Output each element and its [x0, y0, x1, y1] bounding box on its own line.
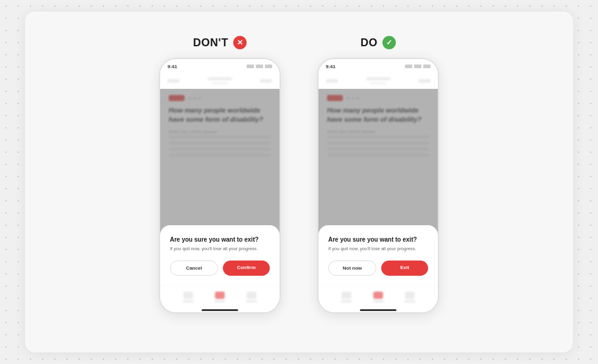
do-dialog: Are you sure you want to exit? If you qu…	[318, 225, 438, 286]
dont-status-icons	[247, 65, 272, 68]
nav-center	[208, 77, 232, 85]
do-status-bar: 9:41	[318, 59, 438, 74]
bottom-icon-3	[246, 292, 257, 303]
do-status-icons	[405, 65, 431, 68]
dont-title: DON'T	[193, 37, 228, 49]
dont-status-bar: 9:41	[160, 59, 280, 74]
profile-label	[246, 300, 257, 303]
profile-icon	[247, 292, 256, 299]
active-icon	[215, 292, 225, 299]
do-nav-back	[326, 79, 338, 83]
do-wifi-icon	[414, 65, 421, 68]
do-home-indicator	[318, 307, 438, 312]
nav-back	[167, 79, 180, 83]
dont-panel: DON'T ✕ 9:41	[159, 36, 281, 313]
do-header: DO ✓	[361, 36, 396, 49]
active-label	[214, 300, 225, 303]
do-phone: 9:41	[317, 58, 439, 313]
do-active-icon	[373, 292, 383, 299]
dont-header: DON'T ✕	[193, 36, 247, 49]
do-nav-subtitle-line	[370, 82, 387, 85]
dont-confirm-button[interactable]: Confirm	[223, 261, 270, 276]
do-panel: DO ✓ 9:41	[317, 36, 439, 313]
dont-nav	[160, 74, 280, 89]
do-active-label	[373, 300, 384, 303]
home-icon	[183, 292, 193, 299]
do-dialog-overlay: Are you sure you want to exit? If you qu…	[318, 89, 438, 285]
do-nav-center	[366, 77, 390, 85]
nav-subtitle-line	[211, 82, 228, 85]
do-confirm-button[interactable]: Exit	[381, 261, 428, 276]
dont-dialog-buttons: Cancel Confirm	[170, 261, 270, 276]
dont-bottom-bar	[160, 285, 280, 307]
dont-dialog: Are you sure you want to exit? If you qu…	[160, 225, 280, 286]
do-bottom-icon-3	[404, 292, 415, 303]
battery-icon	[265, 65, 272, 68]
signal-icon	[247, 65, 254, 68]
do-dialog-buttons: Not now Exit	[328, 261, 428, 276]
dont-dialog-title: Are you sure you want to exit?	[170, 236, 270, 243]
home-label	[183, 300, 194, 303]
do-badge: ✓	[382, 36, 396, 49]
main-container: DON'T ✕ 9:41	[25, 12, 573, 352]
do-profile-icon	[405, 292, 415, 299]
do-home-label	[341, 300, 352, 303]
do-nav-title-line	[366, 77, 390, 80]
do-nav	[318, 74, 438, 89]
do-content: How many people worldwide have some form…	[318, 89, 438, 285]
do-signal-icon	[405, 65, 412, 68]
dont-cancel-button[interactable]: Cancel	[170, 261, 218, 276]
do-bottom-icon-2	[373, 292, 384, 303]
bottom-icon-2	[214, 292, 225, 303]
do-dialog-title: Are you sure you want to exit?	[328, 236, 428, 243]
do-home-bar	[360, 309, 396, 311]
dont-time: 9:41	[167, 64, 177, 69]
dont-dialog-overlay: Are you sure you want to exit? If you qu…	[160, 89, 280, 285]
dont-home-indicator	[160, 307, 280, 312]
wifi-icon	[256, 65, 263, 68]
do-title: DO	[361, 37, 378, 49]
do-cancel-button[interactable]: Not now	[328, 261, 376, 276]
nav-menu	[260, 79, 272, 83]
nav-title-line	[208, 77, 232, 80]
home-bar	[202, 309, 238, 311]
dont-content: How many people worldwide have some form…	[160, 89, 280, 285]
do-nav-menu	[418, 79, 431, 83]
do-home-icon	[342, 292, 351, 299]
do-battery-icon	[423, 65, 431, 68]
do-dialog-message: If you quit now, you'll lose all your pr…	[328, 246, 428, 253]
dont-badge: ✕	[233, 36, 247, 49]
do-profile-label	[404, 300, 415, 303]
dont-dialog-message: If you quit now, you'll lose all your pr…	[170, 246, 270, 253]
bottom-icon-1	[183, 292, 194, 303]
dont-phone: 9:41	[159, 58, 281, 313]
do-bottom-icon-1	[341, 292, 352, 303]
do-time: 9:41	[326, 64, 336, 69]
do-bottom-bar	[318, 285, 438, 307]
